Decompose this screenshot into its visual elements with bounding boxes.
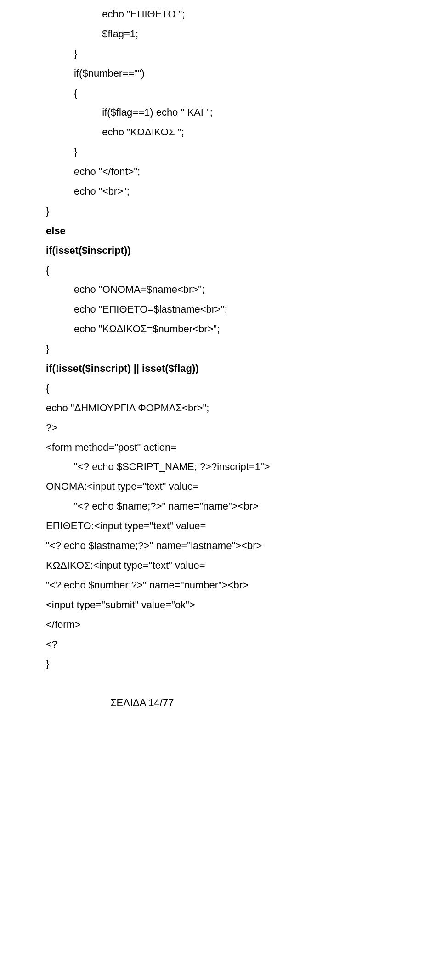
code-line: if(!isset($inscript) || isset($flag))	[46, 359, 395, 379]
code-line: if(isset($inscript))	[46, 241, 395, 261]
code-block: echo "ΕΠΙΘΕΤΟ "; $flag=1; } if($number==…	[46, 5, 395, 674]
code-line: <input type="submit" value="ok">	[46, 595, 395, 615]
code-line: <?	[46, 635, 395, 655]
code-line: }	[46, 202, 395, 221]
code-line: echo "</font>";	[46, 162, 395, 182]
code-line: echo "ΔΗΜΙΟΥΡΓΙΑ ΦΟΡΜΑΣ<br>";	[46, 398, 395, 418]
code-line: }	[46, 339, 395, 359]
code-line: echo "ΕΠΙΘΕΤΟ ";	[46, 5, 395, 24]
code-line: echo "ΕΠΙΘΕΤΟ=$lastname<br>";	[46, 300, 395, 319]
code-line: if($number=="")	[46, 64, 395, 84]
code-line: echo "ΚΩΔΙΚΟΣ=$number<br>";	[46, 319, 395, 339]
code-line: }	[46, 44, 395, 64]
code-line: $flag=1;	[46, 24, 395, 44]
code-line: {	[46, 84, 395, 103]
code-line: ΟΝΟΜΑ:<input type="text" value=	[46, 477, 395, 497]
code-line: else	[46, 221, 395, 241]
code-line: <form method="post" action=	[46, 438, 395, 458]
code-line: {	[46, 379, 395, 398]
code-line: echo "<br>";	[46, 182, 395, 202]
code-line: {	[46, 261, 395, 280]
code-line: echo "ΚΩΔΙΚΟΣ ";	[46, 123, 395, 142]
code-line: </form>	[46, 615, 395, 635]
page-footer: ΣΕΛΙΔΑ 14/77	[46, 693, 395, 713]
code-line: "<? echo $SCRIPT_NAME; ?>?inscript=1">	[46, 457, 395, 477]
code-line: "<? echo $lastname;?>" name="lastname"><…	[46, 536, 395, 556]
document-page: echo "ΕΠΙΘΕΤΟ "; $flag=1; } if($number==…	[0, 0, 441, 731]
code-line: "<? echo $number;?>" name="number"><br>	[46, 576, 395, 595]
code-line: ΕΠΙΘΕΤΟ:<input type="text" value=	[46, 516, 395, 536]
code-line: ?>	[46, 418, 395, 438]
code-line: if($flag==1) echo " ΚΑΙ ";	[46, 103, 395, 123]
code-line: "<? echo $name;?>" name="name"><br>	[46, 497, 395, 516]
code-line: }	[46, 142, 395, 162]
code-line: }	[46, 654, 395, 674]
code-line: ΚΩΔΙΚΟΣ:<input type="text" value=	[46, 556, 395, 576]
code-line: echo "ΟΝΟΜΑ=$name<br>";	[46, 280, 395, 300]
